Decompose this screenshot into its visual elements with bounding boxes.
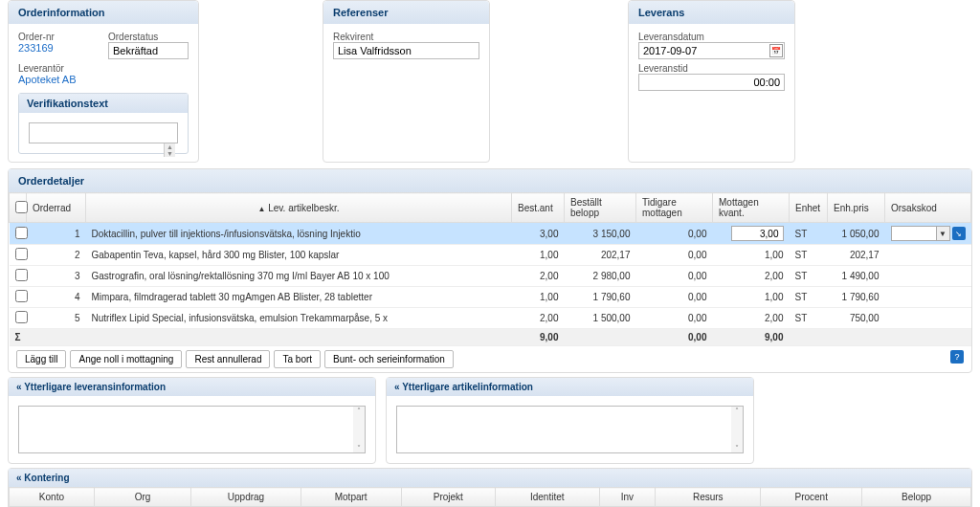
sum-sigma: Σ (10, 329, 27, 346)
sum-tidigare: 0,00 (636, 329, 713, 346)
cell-belopp: 202,17 (565, 245, 636, 266)
k-col-projekt[interactable]: Projekt (401, 488, 496, 507)
k-col-belopp[interactable]: Belopp (862, 488, 971, 507)
col-orderrad[interactable]: Orderrad (27, 193, 86, 223)
orderdetaljer-title: Orderdetaljer (9, 169, 971, 192)
sub1-title[interactable]: « Ytterligare leveransinformation (9, 378, 375, 396)
leverans-title: Leverans (629, 1, 794, 24)
ta-bort-button[interactable]: Ta bort (274, 350, 321, 368)
cell-bestant: 2,00 (512, 308, 565, 329)
spinner-down-icon[interactable]: ▼ (164, 150, 175, 157)
table-row[interactable]: 4 Mimpara, filmdragerad tablett 30 mgAmg… (10, 287, 971, 308)
lagg-till-button[interactable]: Lägg till (16, 350, 66, 368)
kontering-title[interactable]: « Kontering (9, 469, 971, 487)
sum-bestant: 9,00 (512, 329, 565, 346)
header-checkbox[interactable] (15, 201, 28, 213)
cell-bestant: 3,00 (512, 223, 565, 245)
col-belopp[interactable]: Beställt belopp (565, 193, 636, 223)
cell-mottagen[interactable] (713, 223, 790, 245)
cell-enhet: ST (790, 223, 828, 245)
row-checkbox[interactable] (15, 227, 28, 239)
k-col-identitet[interactable]: Identitet (496, 488, 599, 507)
leverantor-label: Leverantör (18, 63, 189, 74)
ordernr-link[interactable]: 233169 (18, 42, 54, 54)
k-col-motpart[interactable]: Motpart (301, 488, 401, 507)
orsak-select[interactable] (891, 226, 937, 241)
k-col-resurs[interactable]: Resurs (656, 488, 761, 507)
cell-beskr: Nutriflex Lipid Special, infusionsvätska… (86, 308, 512, 329)
scroll-icon[interactable]: ˄˅ (731, 407, 743, 452)
verif-spinner[interactable]: ▲ ▼ (164, 143, 175, 157)
leverantor-link[interactable]: Apoteket AB (18, 74, 77, 85)
col-tidigare[interactable]: Tidigare mottagen (636, 193, 713, 223)
cell-tidigare: 0,00 (636, 287, 713, 308)
cell-orderrad: 5 (27, 308, 86, 329)
cell-orderrad: 2 (27, 245, 86, 266)
row-checkbox[interactable] (15, 290, 28, 302)
cell-orderrad: 3 (27, 266, 86, 287)
col-beskr[interactable]: ▲ Lev. artikelbeskr. (86, 193, 512, 223)
table-row[interactable]: 5 Nutriflex Lipid Special, infusionsväts… (10, 308, 971, 329)
table-row[interactable]: 3 Gastrografin, oral lösning/rektallösni… (10, 266, 971, 287)
cell-tidigare: 0,00 (636, 223, 713, 245)
orderinfo-title: Orderinformation (9, 1, 198, 24)
cell-belopp: 1 500,00 (565, 308, 636, 329)
k-col-procent[interactable]: Procent (761, 488, 862, 507)
cell-orsak (885, 245, 971, 266)
verif-title: Verifikationstext (19, 94, 188, 113)
k-col-org[interactable]: Org (94, 488, 190, 507)
col-enhet[interactable]: Enhet (790, 193, 828, 223)
cell-enhet: ST (790, 266, 828, 287)
cell-tidigare: 0,00 (636, 308, 713, 329)
spinner-up-icon[interactable]: ▲ (164, 143, 175, 150)
leveransdatum-label: Leveransdatum (638, 32, 785, 42)
chevron-down-icon[interactable]: ▼ (937, 226, 950, 241)
cell-enhpris: 750,00 (828, 308, 885, 329)
help-icon[interactable]: ? (950, 350, 964, 364)
row-action-icon[interactable]: ↘ (952, 227, 966, 240)
bunt-button[interactable]: Bunt- och serieinformation (324, 350, 454, 368)
leveranstid-input[interactable] (638, 74, 785, 91)
sum-mottagen: 9,00 (713, 329, 790, 346)
cell-belopp: 2 980,00 (565, 266, 636, 287)
cell-orsak[interactable]: ▼↘ (885, 223, 971, 245)
mottagen-input[interactable] (731, 226, 784, 241)
table-row[interactable]: 1 Doktacillin, pulver till injektions-/i… (10, 223, 971, 245)
col-orsak[interactable]: Orsakskod (885, 193, 971, 223)
row-checkbox[interactable] (15, 248, 28, 260)
sub2-title[interactable]: « Ytterligare artikelinformation (387, 378, 753, 396)
cell-belopp: 1 790,60 (565, 287, 636, 308)
row-checkbox[interactable] (15, 269, 28, 281)
cell-belopp: 3 150,00 (565, 223, 636, 245)
table-row[interactable]: 2 Gabapentin Teva, kapsel, hård 300 mg B… (10, 245, 971, 266)
k-col-uppdrag[interactable]: Uppdrag (191, 488, 301, 507)
cell-enhpris: 202,17 (828, 245, 885, 266)
col-bestant[interactable]: Best.ant (512, 193, 565, 223)
scroll-icon[interactable]: ˄˅ (353, 407, 365, 452)
row-checkbox[interactable] (15, 311, 28, 323)
col-enhpris[interactable]: Enh.pris (828, 193, 885, 223)
orderstatus-input[interactable] (108, 42, 189, 59)
col-mottagen[interactable]: Mottagen kvant. (713, 193, 790, 223)
k-col-konto[interactable]: Konto (10, 488, 95, 507)
cell-mottagen: 1,00 (713, 287, 790, 308)
cell-enhet: ST (790, 308, 828, 329)
artikelinfo-textarea[interactable]: ˄˅ (396, 406, 744, 453)
cell-orsak (885, 266, 971, 287)
rest-annullerad-button[interactable]: Rest annullerad (186, 350, 270, 368)
ange-noll-button[interactable]: Ange noll i mottagning (70, 350, 182, 368)
cell-enhet: ST (790, 287, 828, 308)
cell-orsak (885, 308, 971, 329)
verif-input[interactable] (29, 122, 178, 143)
cell-mottagen: 1,00 (713, 245, 790, 266)
cell-orderrad: 4 (27, 287, 86, 308)
calendar-icon[interactable]: 📅 (769, 44, 783, 57)
leveransinfo-textarea[interactable]: ˄˅ (18, 406, 366, 453)
referenser-title: Referenser (323, 1, 489, 24)
leveransdatum-input[interactable] (638, 42, 785, 59)
k-col-inv[interactable]: Inv (599, 488, 656, 507)
rekvirent-input[interactable] (333, 42, 479, 59)
cell-bestant: 1,00 (512, 287, 565, 308)
cell-bestant: 1,00 (512, 245, 565, 266)
cell-mottagen: 2,00 (713, 308, 790, 329)
